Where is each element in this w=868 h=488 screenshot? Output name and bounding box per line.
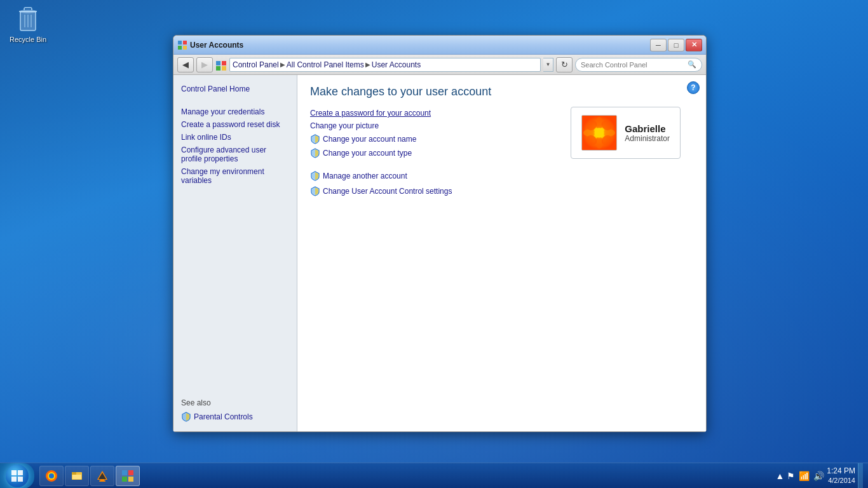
see-also-label: See also [173, 393, 297, 410]
uac-settings-link[interactable]: Change User Account Control settings [310, 186, 693, 196]
svg-rect-8 [183, 41, 187, 44]
window-title: User Accounts [187, 41, 650, 50]
svg-point-20 [603, 129, 615, 137]
svg-rect-10 [183, 46, 187, 50]
help-button[interactable]: ? [687, 81, 700, 94]
sidebar: Control Panel Home Manage your credentia… [173, 75, 297, 431]
taskbar-control-panel[interactable] [116, 466, 140, 486]
firefox-icon [45, 470, 58, 482]
tray-volume-icon[interactable]: 🔊 [813, 471, 824, 481]
taskbar-items [37, 466, 770, 486]
shield-icon-parental [181, 412, 191, 422]
shield-icon-uac [310, 186, 320, 196]
taskbar-vlc[interactable] [90, 466, 114, 486]
location-icon [215, 59, 227, 71]
forward-button[interactable]: ▶ [196, 57, 213, 72]
close-button[interactable]: ✕ [686, 39, 702, 51]
manage-another-account-label: Manage another account [323, 172, 407, 180]
svg-rect-40 [122, 470, 127, 475]
sidebar-manage-credentials[interactable]: Manage your credentials [173, 105, 297, 118]
svg-point-19 [583, 129, 595, 137]
address-path[interactable]: Control Panel ▶ All Control Panel Items … [229, 58, 541, 72]
clock-date: 4/2/2014 [827, 476, 855, 485]
svg-rect-7 [178, 41, 182, 44]
user-role: Administrator [625, 134, 670, 143]
sidebar-environment-vars[interactable]: Change my environmentvariables [173, 165, 297, 187]
user-info: Gabrielle Administrator [625, 123, 670, 143]
user-account-box: Gabrielle Administrator [571, 107, 681, 159]
sidebar-advanced-profile[interactable]: Configure advanced userprofile propertie… [173, 144, 297, 165]
explorer-icon [71, 470, 83, 482]
taskbar: ▲ ⚑ 📶 🔊 1:24 PM 4/2/2014 [0, 463, 868, 488]
taskbar-explorer[interactable] [65, 466, 89, 486]
recycle-bin-icon[interactable]: Recycle Bin [5, 5, 51, 43]
control-panel-window: User Accounts ─ □ ✕ ◀ ▶ Control Panel ▶ … [173, 35, 707, 432]
svg-point-6 [19, 10, 37, 13]
svg-rect-28 [11, 477, 17, 482]
search-icon: 🔍 [688, 60, 696, 69]
taskbar-firefox[interactable] [39, 466, 64, 486]
svg-point-17 [596, 117, 604, 129]
recycle-bin-svg [15, 5, 41, 33]
sidebar-password-reset[interactable]: Create a password reset disk [173, 118, 297, 131]
user-avatar [581, 115, 617, 151]
sidebar-home-link[interactable]: Control Panel Home [173, 83, 297, 95]
main-content: ? Make changes to your user account Crea… [297, 75, 706, 431]
parental-controls-label: Parental Controls [194, 412, 253, 421]
svg-point-32 [49, 473, 54, 478]
tray-arrow-icon[interactable]: ▲ [775, 471, 784, 481]
address-bar: ◀ ▶ Control Panel ▶ All Control Panel It… [173, 55, 706, 75]
recycle-bin-label: Recycle Bin [10, 36, 46, 43]
svg-rect-41 [128, 470, 133, 475]
refresh-button[interactable]: ↻ [556, 57, 573, 72]
svg-rect-29 [18, 477, 23, 482]
window-icon [177, 40, 187, 50]
svg-rect-27 [18, 470, 23, 475]
minimize-button[interactable]: ─ [650, 39, 667, 51]
svg-rect-14 [222, 66, 226, 71]
svg-rect-11 [216, 61, 220, 65]
start-button[interactable] [0, 463, 34, 489]
svg-rect-9 [178, 46, 182, 50]
path-control-panel[interactable]: Control Panel [233, 60, 279, 69]
windows-logo [11, 470, 24, 482]
tray-flag-icon[interactable]: ⚑ [787, 471, 795, 481]
svg-rect-26 [11, 470, 17, 475]
search-box[interactable]: 🔍 [575, 58, 702, 72]
system-clock[interactable]: 1:24 PM 4/2/2014 [827, 466, 855, 485]
tray-network-icon[interactable]: 📶 [799, 471, 810, 481]
manage-another-account-link[interactable]: Manage another account [310, 171, 693, 181]
svg-rect-43 [128, 477, 133, 482]
shield-icon-name [310, 134, 320, 144]
clock-time: 1:24 PM [827, 466, 855, 477]
change-account-type-label: Change your account type [323, 149, 412, 158]
title-bar: User Accounts ─ □ ✕ [173, 36, 706, 55]
show-desktop-button[interactable] [858, 463, 863, 489]
maximize-button[interactable]: □ [668, 39, 684, 51]
control-panel-icon [121, 470, 134, 482]
shield-icon-type [310, 148, 320, 158]
search-input[interactable] [581, 61, 685, 69]
sidebar-link-online-ids[interactable]: Link online IDs [173, 131, 297, 144]
path-user-accounts[interactable]: User Accounts [372, 60, 421, 69]
sidebar-parental-controls[interactable]: Parental Controls [173, 410, 297, 424]
svg-rect-13 [216, 66, 220, 71]
address-dropdown[interactable]: ▼ [543, 58, 553, 72]
section-links: Manage another account Change User Accou… [310, 171, 693, 196]
avatar-image [582, 115, 616, 151]
svg-rect-42 [122, 477, 127, 482]
svg-rect-35 [72, 475, 81, 479]
svg-rect-34 [72, 472, 76, 475]
svg-point-18 [596, 137, 604, 149]
change-account-name-label: Change your account name [323, 135, 416, 144]
path-all-items[interactable]: All Control Panel Items [287, 60, 364, 69]
start-orb [6, 464, 29, 487]
shield-icon-manage [310, 171, 320, 181]
tray-icons: ⚑ 📶 🔊 [787, 471, 824, 481]
sidebar-links: Manage your credentials Create a passwor… [173, 105, 297, 187]
taskbar-tray: ▲ ⚑ 📶 🔊 1:24 PM 4/2/2014 [770, 463, 868, 489]
window-body: Control Panel Home Manage your credentia… [173, 75, 706, 431]
back-button[interactable]: ◀ [177, 57, 194, 72]
vlc-icon [96, 470, 109, 482]
svg-rect-12 [222, 61, 226, 65]
